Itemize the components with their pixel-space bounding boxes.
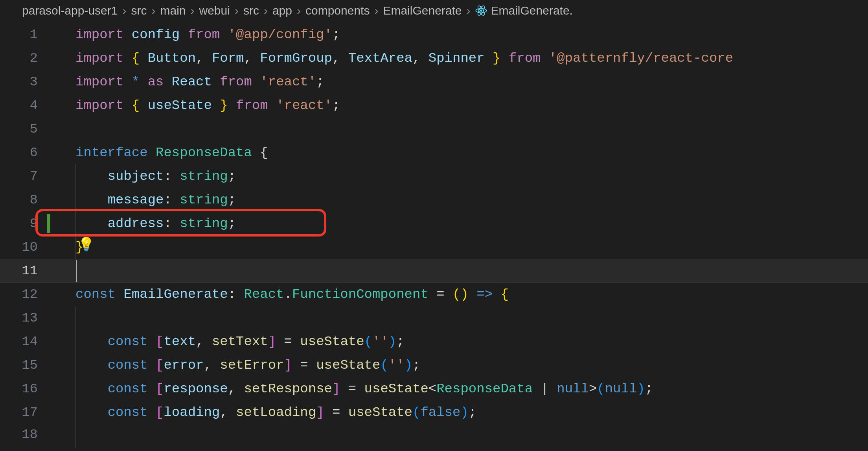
breadcrumb-item[interactable]: src (131, 4, 147, 17)
code-line[interactable]: 8 message: string; (0, 188, 868, 212)
line-number: 13 (0, 306, 51, 330)
line-number: 8 (0, 188, 51, 212)
code-text[interactable]: const [error, setError] = useState(''); (51, 353, 868, 377)
code-text[interactable]: const EmailGenerate: React.FunctionCompo… (51, 283, 868, 306)
code-editor: parasol-app-user1 › src › main › webui ›… (0, 0, 868, 451)
breadcrumb-item[interactable]: app (272, 4, 292, 17)
code-text[interactable]: const [text, setText] = useState(''); (51, 330, 868, 353)
line-number: 15 (0, 353, 51, 377)
line-number: 4 (0, 94, 51, 117)
text-cursor (76, 260, 77, 282)
code-line[interactable]: 2import { Button, Form, FormGroup, TextA… (0, 46, 868, 70)
code-line[interactable]: 1import config from '@app/config'; (0, 23, 868, 46)
chevron-right-icon: › (151, 4, 155, 17)
line-number: 3 (0, 70, 51, 94)
code-text[interactable]: import * as React from 'react'; (51, 70, 868, 94)
code-text[interactable]: const [loading, setLoading] = useState(f… (51, 401, 868, 424)
line-number: 12 (0, 283, 51, 306)
code-line[interactable]: 7 subject: string; (0, 165, 868, 188)
code-text[interactable]: const [response, setResponse] = useState… (51, 377, 868, 401)
react-file-icon (475, 5, 487, 17)
breadcrumb-item[interactable]: EmailGenerate (383, 4, 462, 17)
line-number: 7 (0, 165, 51, 188)
breadcrumb-item[interactable]: src (243, 4, 259, 17)
code-line[interactable]: 6interface ResponseData { (0, 141, 868, 165)
code-line[interactable]: 3import * as React from 'react'; (0, 70, 868, 94)
code-line[interactable]: 12const EmailGenerate: React.FunctionCom… (0, 283, 868, 306)
breadcrumb-item[interactable]: components (305, 4, 370, 17)
line-number: 10 (0, 235, 51, 259)
line-number: 1 (0, 23, 51, 46)
line-number: 2 (0, 46, 51, 70)
code-line[interactable]: 9 address: string; (0, 212, 868, 235)
chevron-right-icon: › (297, 4, 301, 17)
chevron-right-icon: › (122, 4, 126, 17)
code-line[interactable]: 14 const [text, setText] = useState(''); (0, 330, 868, 353)
code-text[interactable]: subject: string; (51, 165, 868, 188)
code-text[interactable]: import { Button, Form, FormGroup, TextAr… (51, 46, 868, 70)
line-number: 14 (0, 330, 51, 353)
chevron-right-icon: › (235, 4, 239, 17)
code-text[interactable] (51, 424, 868, 448)
code-area[interactable]: 1import config from '@app/config';2impor… (0, 23, 868, 451)
chevron-right-icon: › (467, 4, 471, 17)
line-number: 5 (0, 117, 51, 141)
code-line[interactable]: 10💡} (0, 235, 868, 259)
code-line[interactable]: 5 (0, 117, 868, 141)
line-number: 6 (0, 141, 51, 165)
code-text[interactable]: import { useState } from 'react'; (51, 94, 868, 117)
line-number: 11 (0, 259, 51, 283)
breadcrumb-file[interactable]: EmailGenerate. (491, 4, 573, 17)
breadcrumb-item[interactable]: parasol-app-user1 (22, 4, 118, 17)
code-line[interactable]: 18 (0, 424, 868, 434)
code-line[interactable]: 16 const [response, setResponse] = useSt… (0, 377, 868, 401)
code-text[interactable]: } (51, 235, 868, 259)
code-text[interactable]: import config from '@app/config'; (51, 23, 868, 46)
chevron-right-icon: › (374, 4, 378, 17)
line-number: 18 (0, 424, 51, 445)
code-line[interactable]: 4import { useState } from 'react'; (0, 94, 868, 117)
line-number: 16 (0, 377, 51, 401)
code-line[interactable]: 13 (0, 306, 868, 330)
svg-point-0 (480, 9, 482, 11)
breadcrumb-item[interactable]: main (160, 4, 186, 17)
breadcrumb-item[interactable]: webui (199, 4, 230, 17)
breadcrumb: parasol-app-user1 › src › main › webui ›… (0, 0, 868, 23)
line-number: 17 (0, 401, 51, 424)
git-gutter-added-icon (47, 214, 50, 233)
code-text[interactable]: interface ResponseData { (51, 141, 868, 165)
line-number: 9 (0, 212, 51, 235)
code-text[interactable]: address: string; (51, 212, 868, 235)
code-line[interactable]: 15 const [error, setError] = useState(''… (0, 353, 868, 377)
chevron-right-icon: › (191, 4, 195, 17)
code-text[interactable]: message: string; (51, 188, 868, 212)
chevron-right-icon: › (264, 4, 268, 17)
code-text[interactable] (51, 306, 868, 330)
code-line[interactable]: 11 (0, 259, 868, 283)
code-line[interactable]: 17 const [loading, setLoading] = useStat… (0, 401, 868, 424)
